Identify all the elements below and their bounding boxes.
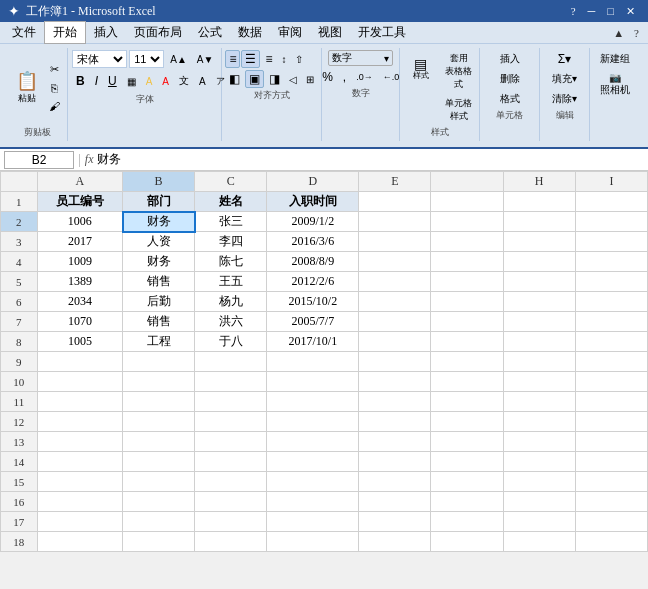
menu-file[interactable]: 文件 (4, 22, 44, 43)
align-right-btn[interactable]: ◨ (265, 70, 284, 88)
decrease-font-btn[interactable]: A▼ (193, 52, 218, 67)
cell-b2[interactable]: 财务 (123, 212, 195, 232)
ribbon-help-btn[interactable]: ? (629, 27, 644, 39)
cell-d3[interactable]: 2016/3/6 (267, 232, 359, 252)
cut-btn[interactable]: ✂ (45, 61, 64, 78)
cell-i2[interactable] (575, 212, 647, 232)
merge-btn[interactable]: ⊞ (302, 70, 318, 88)
cell-gap5[interactable] (431, 272, 503, 292)
cell-a5[interactable]: 1389 (37, 272, 122, 292)
cell-style-btn[interactable]: 单元格样式 (441, 95, 477, 125)
clear-btn[interactable]: 清除▾ (548, 90, 581, 108)
cell-i4[interactable] (575, 252, 647, 272)
cell-i6[interactable] (575, 292, 647, 312)
percent-btn[interactable]: % (318, 68, 337, 86)
delete-cell-btn[interactable]: 删除 (496, 70, 524, 88)
cell-e6[interactable] (359, 292, 431, 312)
cell-d6[interactable]: 2015/10/2 (267, 292, 359, 312)
align-middle-btn[interactable]: ☰ (241, 50, 260, 68)
text-direction-btn[interactable]: ↕ (277, 50, 290, 68)
format-painter-btn[interactable]: 🖌 (45, 98, 64, 114)
align-top-btn[interactable]: ≡ (225, 50, 240, 68)
font-name-select[interactable]: 宋体 (72, 50, 127, 68)
menu-home[interactable]: 开始 (44, 21, 86, 44)
cell-i8[interactable] (575, 332, 647, 352)
menu-developer[interactable]: 开发工具 (350, 22, 414, 43)
col-header-b[interactable]: B (123, 172, 195, 192)
conditional-format-btn[interactable]: ▤ 样式 (403, 50, 439, 86)
cell-gap2[interactable] (431, 212, 503, 232)
col-header-d[interactable]: D (267, 172, 359, 192)
cell-b7[interactable]: 销售 (123, 312, 195, 332)
cell-h5[interactable] (503, 272, 575, 292)
cell-c4[interactable]: 陈七 (195, 252, 267, 272)
cell-i1[interactable] (575, 192, 647, 212)
cell-h3[interactable] (503, 232, 575, 252)
cell-a3[interactable]: 2017 (37, 232, 122, 252)
cell-i7[interactable] (575, 312, 647, 332)
fill-color-btn[interactable]: A (142, 74, 157, 89)
font-color-btn[interactable]: A (158, 74, 173, 89)
border-btn[interactable]: ▦ (123, 74, 140, 89)
col-header-c[interactable]: C (195, 172, 267, 192)
cell-a2[interactable]: 1006 (37, 212, 122, 232)
cell-e8[interactable] (359, 332, 431, 352)
formula-input[interactable] (97, 151, 644, 169)
fill-btn[interactable]: 填充▾ (548, 70, 581, 88)
cell-a6[interactable]: 2034 (37, 292, 122, 312)
cell-d5[interactable]: 2012/2/6 (267, 272, 359, 292)
menu-view[interactable]: 视图 (310, 22, 350, 43)
col-header-e[interactable]: E (359, 172, 431, 192)
cell-c5[interactable]: 王五 (195, 272, 267, 292)
cell-e4[interactable] (359, 252, 431, 272)
col-header-i[interactable]: I (575, 172, 647, 192)
cell-c8[interactable]: 于八 (195, 332, 267, 352)
cell-gap4[interactable] (431, 252, 503, 272)
wrap-text-btn[interactable]: ⇧ (291, 50, 307, 68)
cell-b3[interactable]: 人资 (123, 232, 195, 252)
increase-decimal-btn[interactable]: .0→ (352, 68, 377, 86)
menu-insert[interactable]: 插入 (86, 22, 126, 43)
cell-i3[interactable] (575, 232, 647, 252)
cell-d7[interactable]: 2005/7/7 (267, 312, 359, 332)
cell-gap1[interactable] (431, 192, 503, 212)
cell-c6[interactable]: 杨九 (195, 292, 267, 312)
new-group-btn[interactable]: 新建组 (596, 50, 634, 68)
cell-e7[interactable] (359, 312, 431, 332)
cell-b6[interactable]: 后勤 (123, 292, 195, 312)
cell-b5[interactable]: 销售 (123, 272, 195, 292)
maximize-btn[interactable]: □ (602, 5, 619, 18)
ribbon-minimize-btn[interactable]: ▲ (608, 27, 629, 39)
cell-e3[interactable] (359, 232, 431, 252)
header-date[interactable]: 入职时间 (267, 192, 359, 212)
cell-c7[interactable]: 洪六 (195, 312, 267, 332)
copy-btn[interactable]: ⎘ (45, 80, 64, 96)
col-header-h[interactable]: H (503, 172, 575, 192)
align-center-btn[interactable]: ▣ (245, 70, 264, 88)
paste-btn[interactable]: 📋 粘贴 (11, 70, 43, 106)
cell-b4[interactable]: 财务 (123, 252, 195, 272)
header-employee-id[interactable]: 员工编号 (37, 192, 122, 212)
cell-h8[interactable] (503, 332, 575, 352)
menu-formula[interactable]: 公式 (190, 22, 230, 43)
cell-a7[interactable]: 1070 (37, 312, 122, 332)
cell-h6[interactable] (503, 292, 575, 312)
text-effect-btn[interactable]: A (195, 74, 210, 89)
header-dept[interactable]: 部门 (123, 192, 195, 212)
cell-h2[interactable] (503, 212, 575, 232)
increase-font-btn[interactable]: A▲ (166, 52, 191, 67)
cell-a4[interactable]: 1009 (37, 252, 122, 272)
menu-review[interactable]: 审阅 (270, 22, 310, 43)
menu-data[interactable]: 数据 (230, 22, 270, 43)
underline-btn[interactable]: U (104, 72, 121, 90)
cell-e1[interactable] (359, 192, 431, 212)
char-spacing-btn[interactable]: 文 (175, 72, 193, 90)
cell-d2[interactable]: 2009/1/2 (267, 212, 359, 232)
number-format-select[interactable]: 数字 ▾ (328, 50, 393, 66)
align-bottom-btn[interactable]: ≡ (261, 50, 276, 68)
sum-btn[interactable]: Σ▾ (548, 50, 581, 68)
header-name[interactable]: 姓名 (195, 192, 267, 212)
cell-c3[interactable]: 李四 (195, 232, 267, 252)
bold-btn[interactable]: B (72, 72, 89, 90)
col-header-gap[interactable] (431, 172, 503, 192)
